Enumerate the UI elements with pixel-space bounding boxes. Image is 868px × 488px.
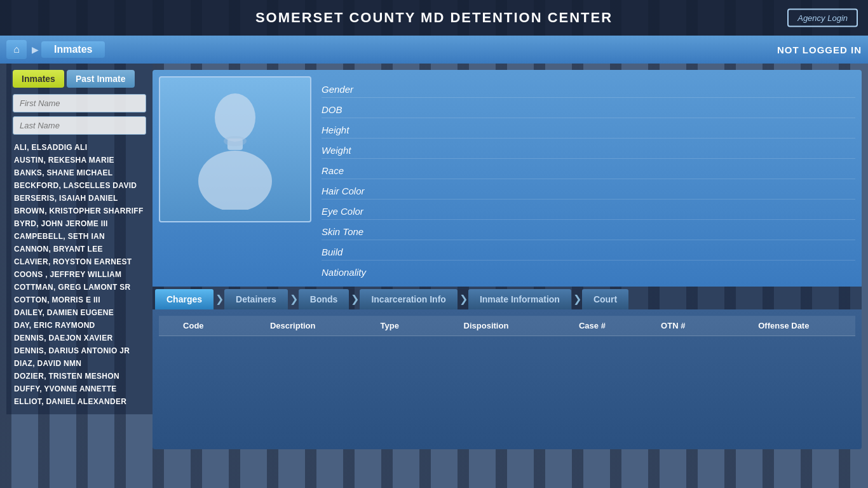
- header: SOMERSET COUNTY MD DETENTION CENTER Agen…: [0, 0, 868, 36]
- sidebar: Inmates Past Inmate ALI, ELSADDIG ALIAUS…: [6, 64, 153, 414]
- inmate-header: GenderDOBHeightWeightRaceHair ColorEye C…: [153, 70, 862, 287]
- list-item[interactable]: DUFFY, YVONNE ANNETTE: [13, 383, 146, 395]
- tab-separator-arrow: ❯: [290, 289, 298, 309]
- detail-tabs: Charges❯Detainers❯Bonds❯Incarceration In…: [153, 287, 862, 309]
- tab-incarceration-info[interactable]: Incarceration Info: [360, 289, 457, 309]
- list-item[interactable]: CANNON, BRYANT LEE: [13, 243, 146, 255]
- tab-inmates[interactable]: Inmates: [13, 70, 64, 88]
- col-header-case-num: Case #: [550, 316, 634, 336]
- tab-detainers[interactable]: Detainers: [224, 289, 288, 309]
- sidebar-tabs: Inmates Past Inmate: [13, 70, 146, 88]
- list-item[interactable]: AUSTIN, REKESHA MARIE: [13, 154, 146, 166]
- tab-separator-arrow: ❯: [573, 289, 581, 309]
- col-header-disposition: Disposition: [422, 316, 550, 336]
- info-field-dob: DOB: [322, 102, 855, 118]
- tab-inmate-information[interactable]: Inmate Information: [468, 289, 571, 309]
- list-item[interactable]: DOZIER, TRISTEN MESHON: [13, 370, 146, 383]
- svg-point-2: [198, 151, 272, 210]
- inmate-list: ALI, ELSADDIG ALIAUSTIN, REKESHA MARIEBA…: [13, 141, 146, 408]
- list-item[interactable]: BANKS, SHANE MICHAEL: [13, 166, 146, 179]
- col-header-type: Type: [358, 316, 422, 336]
- charges-table: CodeDescriptionTypeDispositionCase #OTN …: [159, 316, 855, 336]
- tab-bonds[interactable]: Bonds: [299, 289, 349, 309]
- info-field-race: Race: [322, 163, 855, 179]
- tab-separator-arrow: ❯: [459, 289, 468, 309]
- charges-table-container: CodeDescriptionTypeDispositionCase #OTN …: [153, 309, 862, 449]
- home-icon: ⌂: [13, 44, 20, 55]
- tab-past-inmate[interactable]: Past Inmate: [67, 70, 135, 88]
- list-item[interactable]: DENNIS, DAEJON XAVIER: [13, 332, 146, 344]
- list-item[interactable]: BROWN, KRISTOPHER SHARRIFF: [13, 205, 146, 217]
- inmates-breadcrumb[interactable]: Inmates: [41, 41, 105, 58]
- inmate-info-fields: GenderDOBHeightWeightRaceHair ColorEye C…: [322, 76, 855, 280]
- last-name-input[interactable]: [13, 116, 146, 135]
- info-field-gender: Gender: [322, 81, 855, 98]
- info-field-eye-color: Eye Color: [322, 203, 855, 220]
- home-button[interactable]: ⌂: [6, 40, 27, 59]
- table-header: CodeDescriptionTypeDispositionCase #OTN …: [159, 316, 855, 336]
- silhouette-icon: [184, 89, 286, 210]
- list-item[interactable]: COONS , JEFFREY WILLIAM: [13, 268, 146, 281]
- first-name-input[interactable]: [13, 94, 146, 112]
- svg-point-3: [224, 136, 247, 146]
- list-item[interactable]: COTTON, MORRIS E III: [13, 294, 146, 306]
- site-title: SOMERSET COUNTY MD DETENTION CENTER: [255, 10, 613, 26]
- list-item[interactable]: COTTMAN, GREG LAMONT SR: [13, 281, 146, 294]
- login-status: NOT LOGGED IN: [777, 44, 862, 55]
- info-field-nationality: Nationality: [322, 264, 855, 280]
- col-header-code: Code: [159, 316, 228, 336]
- tab-court[interactable]: Court: [582, 289, 628, 309]
- list-item[interactable]: DIAZ, DAVID NMN: [13, 357, 146, 370]
- navbar: ⌂ ▶ Inmates NOT LOGGED IN: [0, 36, 868, 64]
- info-field-weight: Weight: [322, 142, 855, 159]
- list-item[interactable]: DAILEY, DAMIEN EUGENE: [13, 306, 146, 319]
- info-field-skin-tone: Skin Tone: [322, 224, 855, 240]
- col-header-otn-num: OTN #: [634, 316, 712, 336]
- list-item[interactable]: DENNIS, DARIUS ANTONIO JR: [13, 344, 146, 357]
- inmate-photo: [159, 76, 311, 222]
- detail-area: GenderDOBHeightWeightRaceHair ColorEye C…: [153, 64, 868, 456]
- list-item[interactable]: CLAVIER, ROYSTON EARNEST: [13, 255, 146, 268]
- svg-point-0: [215, 93, 255, 142]
- tab-separator-arrow: ❯: [215, 289, 224, 309]
- info-field-height: Height: [322, 122, 855, 139]
- list-item[interactable]: ALI, ELSADDIG ALI: [13, 141, 146, 154]
- list-item[interactable]: BECKFORD, LASCELLES DAVID: [13, 179, 146, 192]
- breadcrumb-arrow: ▶: [32, 44, 39, 55]
- list-item[interactable]: ELLIOT, DANIEL ALEXANDER: [13, 395, 146, 408]
- tab-charges[interactable]: Charges: [155, 289, 214, 309]
- info-field-build: Build: [322, 244, 855, 261]
- list-item[interactable]: BYRD, JOHN JEROME III: [13, 217, 146, 230]
- list-item[interactable]: CAMPEBELL, SETH IAN: [13, 230, 146, 243]
- col-header-offense-date: Offense Date: [712, 316, 855, 336]
- list-item[interactable]: BERSERIS, ISAIAH DANIEL: [13, 192, 146, 205]
- tab-separator-arrow: ❯: [351, 289, 359, 309]
- agency-login-button[interactable]: Agency Login: [787, 9, 858, 27]
- list-item[interactable]: DAY, ERIC RAYMOND: [13, 319, 146, 332]
- col-header-description: Description: [228, 316, 358, 336]
- info-field-hair-color: Hair Color: [322, 183, 855, 200]
